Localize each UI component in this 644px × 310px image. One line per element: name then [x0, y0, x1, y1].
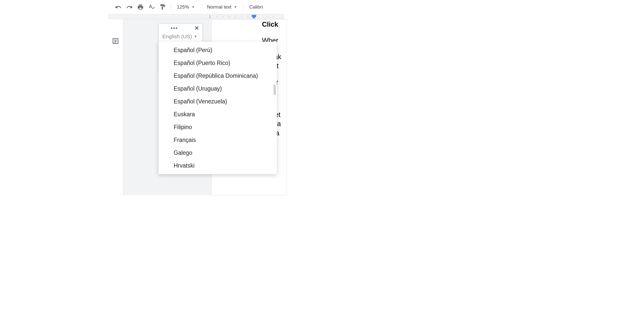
language-option[interactable]: Español (Uruguay)	[159, 82, 277, 95]
selected-language-label: English (US)	[162, 33, 192, 40]
caret-down-icon: ▼	[194, 35, 197, 38]
ruler[interactable]: 1	[108, 14, 284, 19]
font-value: Calibri	[249, 4, 263, 10]
ruler-tick	[229, 16, 229, 18]
undo-button[interactable]	[113, 2, 123, 12]
ruler-tick	[216, 16, 217, 18]
toolbar-separator	[201, 4, 201, 11]
zoom-value: 125%	[177, 4, 189, 10]
left-gutter	[108, 19, 123, 195]
language-option[interactable]: Español (Perú)	[159, 44, 277, 57]
close-icon[interactable]: ✕	[194, 25, 199, 32]
print-button[interactable]	[135, 2, 145, 12]
paragraph-style-dropdown[interactable]: Normal text ▼	[204, 2, 240, 12]
page-background: ClickWherSpeakpunctWherHowTo getappeawel…	[123, 19, 284, 195]
redo-button[interactable]	[124, 2, 134, 12]
language-option[interactable]: Español (República Dominicana)	[159, 69, 277, 82]
language-option[interactable]: Hrvatski	[159, 159, 277, 172]
language-option[interactable]: Filipino	[159, 121, 277, 134]
language-selector[interactable]: English (US) ▼	[159, 32, 202, 42]
scrollbar-thumb[interactable]	[274, 85, 276, 95]
ruler-tick	[267, 16, 267, 18]
language-dropdown: Español (Perú)Español (Puerto Rico)Españ…	[159, 42, 277, 174]
ruler-tick	[248, 16, 248, 18]
toolbar-separator	[171, 4, 171, 11]
caret-down-icon: ▼	[192, 5, 195, 9]
language-option[interactable]: Español (Venezuela)	[159, 95, 277, 108]
ruler-tick	[223, 16, 223, 18]
language-option[interactable]: Français	[159, 134, 277, 146]
spellcheck-button[interactable]	[146, 2, 157, 12]
ruler-number: 1	[209, 15, 211, 19]
language-option[interactable]: Español (Puerto Rico)	[159, 57, 277, 69]
ruler-tick	[273, 16, 273, 18]
caret-down-icon: ▼	[234, 5, 237, 9]
toolbar-separator	[243, 4, 243, 11]
ruler-tick	[242, 16, 242, 18]
paint-format-button[interactable]	[158, 2, 168, 12]
language-option[interactable]: Galego	[159, 146, 277, 159]
document-outline-icon[interactable]	[112, 37, 120, 45]
style-value: Normal text	[207, 4, 232, 10]
zoom-dropdown[interactable]: 125% ▼	[174, 2, 198, 12]
language-option[interactable]: Euskara	[159, 108, 277, 121]
indent-marker-icon[interactable]	[252, 15, 256, 19]
font-dropdown[interactable]: Calibri	[246, 2, 266, 12]
more-options-icon[interactable]: •••	[162, 25, 187, 31]
content-area: ClickWherSpeakpunctWherHowTo getappeawel…	[108, 19, 284, 195]
toolbar: 125% ▼ Normal text ▼ Calibri	[108, 0, 284, 14]
ruler-tick	[235, 15, 236, 18]
document-text: Click	[262, 20, 287, 29]
